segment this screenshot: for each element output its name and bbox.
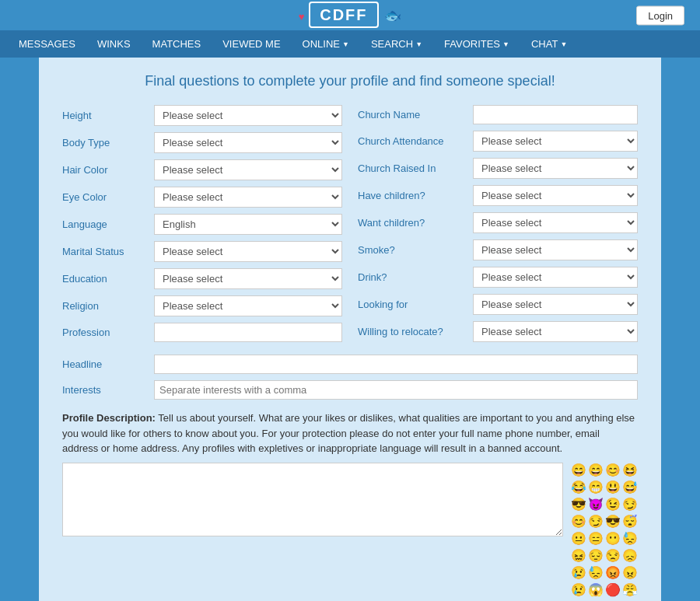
church-name-row: Church Name xyxy=(358,105,638,124)
emoji-item[interactable]: 😴 xyxy=(622,514,638,529)
emoji-item[interactable]: 😆 xyxy=(622,463,638,478)
drink-row: Drink? Please select xyxy=(358,267,638,288)
nav-messages[interactable]: MESSAGES xyxy=(8,30,86,58)
church-name-label: Church Name xyxy=(358,109,467,121)
nav-viewed-me[interactable]: VIEWED ME xyxy=(212,30,291,58)
want-children-label: Want children? xyxy=(358,217,467,229)
nav-winks[interactable]: WINKS xyxy=(86,30,142,58)
emoji-item[interactable]: 😏 xyxy=(588,514,604,529)
emoji-item[interactable]: 😑 xyxy=(588,531,604,547)
profession-row: Profession xyxy=(62,323,342,342)
emoji-grid: 😄😄😊😆😂😁😃😅😎😈😉😏😊😏😎😴😐😑😶😓😖😔😒😞😢😓😡😠😢😱🔴😤 xyxy=(571,463,638,598)
emoji-item[interactable]: 😱 xyxy=(588,582,604,598)
want-children-row: Want children? Please select xyxy=(358,212,638,233)
hair-color-label: Hair Color xyxy=(62,164,148,176)
emoji-item[interactable]: 😊 xyxy=(571,514,586,529)
smoke-label: Smoke? xyxy=(358,244,467,256)
body-type-select[interactable]: Please select xyxy=(154,132,342,153)
form-section: Height Please select Body Type Please se… xyxy=(62,105,638,348)
emoji-item[interactable]: 😈 xyxy=(588,497,604,512)
emoji-item[interactable]: 😢 xyxy=(571,565,586,581)
education-select[interactable]: Please select xyxy=(154,268,342,289)
desc-and-emoji: 😄😄😊😆😂😁😃😅😎😈😉😏😊😏😎😴😐😑😶😓😖😔😒😞😢😓😡😠😢😱🔴😤 xyxy=(62,463,638,598)
nav-chat[interactable]: CHAT▼ xyxy=(520,30,578,58)
headline-row: Headline xyxy=(62,355,638,374)
profile-description-text: Profile Description: Tell us about yours… xyxy=(62,411,638,456)
language-select[interactable]: English xyxy=(154,214,342,235)
body-type-row: Body Type Please select xyxy=(62,132,342,153)
emoji-item[interactable]: 😒 xyxy=(605,548,621,564)
emoji-item[interactable]: 😄 xyxy=(588,463,604,478)
eye-color-select[interactable]: Please select xyxy=(154,187,342,208)
nav-matches[interactable]: MATCHES xyxy=(142,30,212,58)
body-type-label: Body Type xyxy=(62,137,148,149)
emoji-item[interactable]: 😎 xyxy=(571,497,586,512)
emoji-item[interactable]: 😠 xyxy=(622,565,638,581)
interests-row: Interests xyxy=(62,380,638,400)
eye-color-label: Eye Color xyxy=(62,191,148,203)
login-button[interactable]: Login xyxy=(636,5,684,25)
language-row: Language English xyxy=(62,214,342,235)
willing-relocate-label: Willing to relocate? xyxy=(358,326,467,337)
emoji-item[interactable]: 🔴 xyxy=(605,582,621,598)
have-children-select[interactable]: Please select xyxy=(473,185,638,206)
emoji-item[interactable]: 😓 xyxy=(588,565,604,581)
height-select[interactable]: Please select xyxy=(154,105,342,126)
emoji-item[interactable]: 😶 xyxy=(605,531,621,547)
emoji-item[interactable]: 😁 xyxy=(588,480,604,495)
chat-arrow: ▼ xyxy=(560,40,567,48)
eye-color-row: Eye Color Please select xyxy=(62,187,342,208)
church-name-input[interactable] xyxy=(473,105,638,124)
interests-input[interactable] xyxy=(154,380,638,400)
willing-relocate-row: Willing to relocate? Please select xyxy=(358,321,638,342)
emoji-item[interactable]: 😡 xyxy=(605,565,621,581)
looking-for-row: Looking for Please select xyxy=(358,294,638,315)
smoke-select[interactable]: Please select xyxy=(473,239,638,260)
religion-select[interactable]: Please select xyxy=(154,295,342,316)
top-header: ♥ CDFF 🐟 Login xyxy=(0,0,700,30)
emoji-item[interactable]: 😊 xyxy=(605,463,621,478)
looking-for-select[interactable]: Please select xyxy=(473,294,638,315)
church-raised-select[interactable]: Please select xyxy=(473,158,638,179)
nav-favorites[interactable]: FAVORITES▼ xyxy=(433,30,520,58)
drink-select[interactable]: Please select xyxy=(473,267,638,288)
search-arrow: ▼ xyxy=(415,40,422,48)
emoji-item[interactable]: 😢 xyxy=(571,582,586,598)
emoji-item[interactable]: 😃 xyxy=(605,480,621,495)
emoji-item[interactable]: 😖 xyxy=(571,548,586,564)
page-title: Final questions to complete your profile… xyxy=(62,73,638,89)
emoji-item[interactable]: 😏 xyxy=(622,497,638,512)
logo-area: ♥ CDFF 🐟 xyxy=(299,6,401,24)
emoji-item[interactable]: 😤 xyxy=(622,582,638,598)
emoji-item[interactable]: 😓 xyxy=(622,531,638,547)
emoji-item[interactable]: 😉 xyxy=(605,497,621,512)
headline-input[interactable] xyxy=(154,355,638,374)
want-children-select[interactable]: Please select xyxy=(473,212,638,233)
marital-status-select[interactable]: Please select xyxy=(154,241,342,262)
emoji-item[interactable]: 😞 xyxy=(622,548,638,564)
language-label: Language xyxy=(62,218,148,230)
church-raised-label: Church Raised In xyxy=(358,162,467,174)
emoji-item[interactable]: 😂 xyxy=(571,480,586,495)
nav-bar: MESSAGES WINKS MATCHES VIEWED ME ONLINE▼… xyxy=(0,30,700,58)
emoji-item[interactable]: 😄 xyxy=(571,463,586,478)
drink-label: Drink? xyxy=(358,271,467,283)
religion-label: Religion xyxy=(62,300,148,312)
favorites-arrow: ▼ xyxy=(502,40,509,48)
church-attendance-select[interactable]: Please select xyxy=(473,131,638,152)
profile-description-textarea[interactable] xyxy=(62,463,563,536)
left-form-column: Height Please select Body Type Please se… xyxy=(62,105,342,348)
emoji-item[interactable]: 😐 xyxy=(571,531,586,547)
emoji-item[interactable]: 😔 xyxy=(588,548,604,564)
education-label: Education xyxy=(62,273,148,285)
willing-relocate-select[interactable]: Please select xyxy=(473,321,638,342)
online-arrow: ▼ xyxy=(342,40,349,48)
nav-search[interactable]: SEARCH▼ xyxy=(360,30,433,58)
nav-online[interactable]: ONLINE▼ xyxy=(292,30,360,58)
emoji-item[interactable]: 😎 xyxy=(605,514,621,529)
emoji-item[interactable]: 😅 xyxy=(622,480,638,495)
hair-color-row: Hair Color Please select xyxy=(62,159,342,180)
profession-input[interactable] xyxy=(154,323,342,342)
marital-status-label: Marital Status xyxy=(62,246,148,257)
hair-color-select[interactable]: Please select xyxy=(154,159,342,180)
